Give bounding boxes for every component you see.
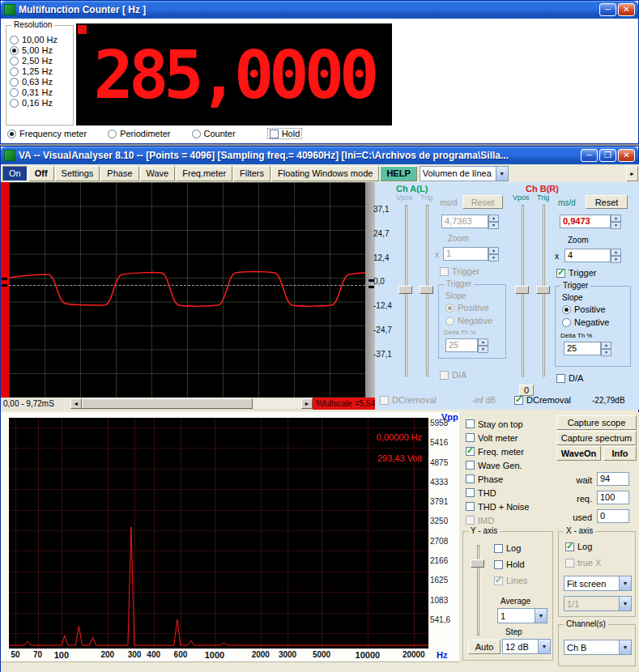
toolbar-floating-windows-mode-button[interactable]: Floating Windows mode [271, 166, 379, 181]
dcremoval-checkbox[interactable]: DCremoval [514, 395, 571, 405]
toolbar-on-button[interactable]: On [2, 166, 28, 181]
mode-option-periodimeter[interactable]: Periodimeter [108, 129, 170, 138]
resolution-option-2-50-hz[interactable]: 2,50 Hz [10, 56, 58, 66]
auto-button[interactable]: Auto [468, 640, 501, 654]
ratio-combo[interactable]: 1/1 ▼ [564, 596, 632, 611]
reset-button[interactable]: Reset [462, 195, 503, 209]
spinner-icon[interactable]: ▲▼ [611, 249, 621, 262]
trigger-slider[interactable] [419, 205, 435, 376]
zoom-value-box[interactable]: 1 [443, 247, 488, 261]
waveon-button[interactable]: WaveOn [556, 446, 601, 461]
slope-negative-radio[interactable]: Negative [562, 317, 609, 327]
resolution-option-0-31-hz[interactable]: 0,31 Hz [10, 87, 58, 97]
trigger-checkbox[interactable]: Trigger [556, 268, 596, 278]
resolution-option-5-00-hz[interactable]: 5,00 Hz [10, 45, 58, 55]
panel-check-imd[interactable]: IMD [466, 513, 529, 527]
used-value-field[interactable]: 0 [597, 509, 629, 523]
minimize-icon[interactable]: ─ [599, 3, 616, 16]
scroll-right-icon[interactable]: ► [301, 398, 313, 409]
trigger-level-marker[interactable] [2, 284, 7, 287]
panel-check-thd[interactable]: THD [466, 486, 529, 500]
slope-positive-radio[interactable]: Positive [445, 303, 489, 313]
capture-spectrum-button[interactable]: Capture spectrum [556, 431, 637, 445]
info-button[interactable]: Info [603, 446, 637, 461]
slider-thumb[interactable] [515, 286, 529, 294]
resolution-option-0-63-hz[interactable]: 0,63 Hz [10, 77, 58, 87]
resolution-option-10-00-hz[interactable]: 10,00 Hz [10, 35, 58, 45]
toolbar-help-button[interactable]: HELP [380, 166, 416, 181]
y-scale-slider[interactable] [470, 545, 486, 636]
chevron-down-icon[interactable]: ▼ [538, 640, 550, 653]
spinner-icon[interactable]: ▲▼ [488, 247, 499, 261]
reset-button[interactable]: Reset [586, 195, 628, 209]
scroll-left-icon[interactable]: ◄ [70, 398, 82, 409]
average-combo[interactable]: 1 ▼ [497, 608, 547, 623]
hold-checkbox[interactable]: Hold [268, 129, 302, 138]
toolbar-overflow-button[interactable]: ► [626, 166, 638, 181]
capture-scope-button[interactable]: Capture scope [556, 415, 637, 430]
close-icon[interactable]: ✕ [618, 149, 635, 162]
vpos-slider[interactable] [398, 205, 414, 376]
da-checkbox[interactable]: D/A [556, 373, 583, 383]
channel-combo[interactable]: Ch B ▼ [564, 640, 632, 655]
va-titlebar[interactable]: VA -- VisualAnalyser 8.10 -- [Points = 4… [1, 147, 638, 164]
vpos-slider[interactable] [514, 205, 530, 376]
spectrum-plot[interactable]: 0,00000 Hz 293,43 Volt [9, 418, 428, 649]
maximize-icon[interactable]: ❐ [599, 149, 616, 162]
slider-thumb[interactable] [420, 286, 433, 294]
chevron-down-icon[interactable]: ▼ [619, 576, 631, 590]
toolbar-off-button[interactable]: Off [28, 166, 54, 181]
zoom-value-box[interactable]: 4 [564, 249, 611, 262]
toolbar-wave-button[interactable]: Wave [140, 166, 176, 181]
mode-option-counter[interactable]: Counter [192, 129, 236, 138]
minimize-icon[interactable]: ─ [581, 149, 598, 162]
step-combo[interactable]: 12 dB ▼ [502, 639, 551, 654]
chevron-down-icon[interactable]: ▼ [619, 597, 631, 610]
close-icon[interactable]: ✕ [618, 3, 635, 16]
counter-titlebar[interactable]: Multifunction Counter [ Hz ] ─ ✕ [1, 1, 638, 19]
slider-track[interactable] [477, 545, 479, 636]
resolution-option-1-25-hz[interactable]: 1,25 Hz [10, 66, 58, 76]
toolbar-filters-button[interactable]: Filters [233, 166, 271, 181]
mode-option-frequency-meter[interactable]: Frequency meter [7, 129, 87, 138]
trigger-level-marker[interactable] [2, 278, 7, 280]
msd-value-box[interactable]: 0,9473 [560, 215, 611, 228]
panel-check-phase[interactable]: Phase [466, 472, 529, 486]
dcremoval-checkbox[interactable]: DCremoval [380, 395, 437, 405]
trigger-slider[interactable] [535, 205, 552, 376]
resolution-option-0-16-hz[interactable]: 0,16 Hz [10, 98, 58, 108]
spinner-icon[interactable]: ▲▼ [601, 342, 611, 355]
delta-value-box[interactable]: 25 [445, 338, 478, 352]
scope-plot[interactable] [9, 182, 365, 398]
toolbar-settings-button[interactable]: Settings [55, 166, 100, 181]
req-value-field[interactable]: 100 [597, 491, 629, 504]
slider-thumb[interactable] [536, 286, 550, 294]
scope-scrollbar[interactable]: ◄ ► [70, 398, 313, 409]
chevron-down-icon[interactable]: ▼ [619, 640, 631, 654]
da-checkbox[interactable]: D/A [440, 370, 466, 380]
chevron-down-icon[interactable]: ▼ [496, 167, 508, 181]
log-checkbox[interactable]: Log [494, 543, 521, 553]
panel-check-stay-on-top[interactable]: Stay on top [466, 417, 529, 431]
lines-checkbox[interactable]: Lines [494, 576, 527, 585]
spinner-icon[interactable]: ▲▼ [478, 338, 488, 352]
panel-check-thd-noise[interactable]: THD + Noise [466, 500, 529, 513]
truex-checkbox[interactable]: true X [565, 558, 601, 568]
chevron-down-icon[interactable]: ▼ [535, 609, 547, 623]
slope-negative-radio[interactable]: Negative [445, 316, 492, 325]
panel-check-freq-meter[interactable]: Freq. meter [466, 444, 529, 458]
trigger-checkbox[interactable]: Trigger [440, 266, 479, 276]
slider-thumb[interactable] [398, 286, 412, 294]
log-checkbox[interactable]: Log [565, 542, 592, 551]
wait-value-field[interactable]: 94 [597, 472, 629, 486]
spinner-icon[interactable]: ▲▼ [611, 215, 621, 228]
input-device-combo[interactable]: Volumen de línea ▼ [420, 166, 509, 181]
hold-checkbox[interactable]: Hold [494, 559, 525, 569]
fit-screen-combo[interactable]: Fit screen ▼ [564, 576, 632, 591]
slope-positive-radio[interactable]: Positive [562, 304, 606, 314]
toolbar-phase-button[interactable]: Phase [100, 166, 138, 181]
scrollbar-thumb[interactable] [82, 398, 253, 409]
slider-thumb[interactable] [471, 559, 484, 568]
panel-check-wave-gen[interactable]: Wave Gen. [466, 458, 529, 472]
delta-value-box[interactable]: 25 [564, 342, 601, 355]
